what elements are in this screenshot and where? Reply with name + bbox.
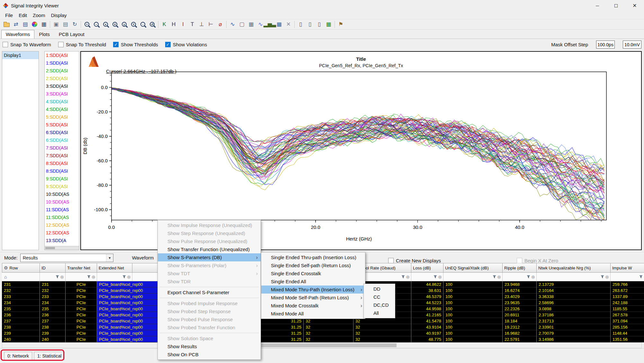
- checkbox-snap-to-threshold[interactable]: Snap To Threshold: [58, 42, 106, 47]
- menubar-file[interactable]: File: [3, 12, 15, 19]
- signal-list-hscrollbar[interactable]: [45, 246, 79, 250]
- scrollbar-thumb[interactable]: [261, 343, 397, 347]
- tab-plots[interactable]: Plots: [34, 30, 54, 39]
- filter-target-icon[interactable]: ◎: [532, 275, 535, 279]
- signal-item[interactable]: 4:SDD(ASI: [45, 98, 79, 105]
- tab-waveforms[interactable]: Waveforms: [1, 30, 34, 39]
- summary-report-icon[interactable]: ▯: [315, 20, 324, 29]
- menu-item-show-s-parameters-db[interactable]: Show S-Parameters (DB)›: [158, 253, 261, 261]
- zoom-y-in-icon[interactable]: y: [120, 20, 129, 29]
- marker-k-icon[interactable]: K: [160, 20, 169, 29]
- close-button[interactable]: ✕: [625, 0, 644, 11]
- signal-item[interactable]: 3:SDD(ASI: [45, 90, 79, 98]
- marker-i-icon[interactable]: I: [178, 20, 188, 29]
- column-header-transfer-net[interactable]: Transfer Net: [66, 263, 97, 273]
- menu-item-show-pulse-response-unequalized[interactable]: Show Pulse Response (Unequalized): [158, 237, 261, 245]
- signal-item[interactable]: 3:SDD(ASI: [45, 82, 79, 90]
- filter-target-icon[interactable]: ◎: [497, 275, 501, 279]
- column-header-id[interactable]: ID: [40, 263, 66, 273]
- menu-item-single-ended-all[interactable]: Single Ended All: [261, 277, 365, 286]
- column-header-loss-db[interactable]: Loss (dB): [411, 263, 443, 273]
- column-header-row[interactable]: ⚙Row: [2, 263, 40, 273]
- filter-cell-transfer-net[interactable]: ◎: [66, 273, 97, 281]
- print-icon[interactable]: ▦: [39, 20, 49, 29]
- menu-item-show-impulse-response-unequalized[interactable]: Show Impulse Response (Unequalized): [158, 221, 261, 229]
- signal-item[interactable]: 6:SDD(ASI: [45, 136, 79, 144]
- filter-cell-ntwk-unequalizable-nrg[interactable]: ◎: [537, 273, 611, 281]
- tab-pcb-layout[interactable]: PCB Layout: [54, 30, 89, 39]
- menu-item-show-results[interactable]: Show Results: [158, 342, 261, 350]
- checkbox-create-new-displays[interactable]: Create New Displays: [388, 258, 441, 263]
- checkbox-show-thresholds[interactable]: ✓Show Thresholds: [113, 42, 158, 47]
- zoom-x-in-icon[interactable]: x: [101, 20, 110, 29]
- menubar-display[interactable]: Display: [48, 12, 69, 19]
- signal-item[interactable]: 2:SDD(ASI: [45, 67, 79, 75]
- import-export-icon[interactable]: ⇄: [11, 20, 21, 29]
- zoom-out-icon[interactable]: −: [92, 20, 101, 29]
- signal-item[interactable]: 5:SDD(ASI: [45, 121, 79, 129]
- signal-item[interactable]: 10:SDD(AS: [45, 190, 79, 198]
- home-icon[interactable]: ⌂: [4, 274, 7, 279]
- menu-item-cc[interactable]: CC: [364, 293, 395, 301]
- column-header-extended-net[interactable]: Extended Net: [97, 263, 132, 273]
- filter-funnel-icon[interactable]: [434, 275, 437, 278]
- minimize-button[interactable]: ─: [588, 0, 607, 11]
- menu-item-show-probed-transfer-function[interactable]: Show Probed Transfer Function: [158, 323, 261, 331]
- marker-t-icon[interactable]: T: [188, 20, 197, 29]
- checkbox-snap-to-waveform[interactable]: Snap To Waveform: [3, 42, 51, 47]
- filter-cell-extended-net[interactable]: ◎: [97, 273, 132, 281]
- mask-step-time-input[interactable]: [596, 41, 615, 49]
- signal-item[interactable]: 8:SDD(ASI: [45, 159, 79, 167]
- display-item-display1[interactable]: Display1: [2, 51, 39, 59]
- marker-side-icon[interactable]: ⊢: [206, 20, 216, 29]
- filter-cell-id[interactable]: ◎: [40, 273, 66, 281]
- signal-item[interactable]: 1:SDD(ASI: [45, 51, 79, 59]
- filter-funnel-icon[interactable]: [601, 275, 604, 278]
- filter-funnel-icon[interactable]: [493, 275, 496, 278]
- refresh-icon[interactable]: ↻: [70, 20, 79, 29]
- palette-icon[interactable]: [30, 20, 39, 29]
- pcb-view-icon[interactable]: ▦: [324, 20, 333, 29]
- signal-item[interactable]: 7:SDD(ASI: [45, 152, 79, 159]
- filter-funnel-icon[interactable]: [122, 275, 126, 278]
- signal-item[interactable]: 12:SDD(AS: [45, 221, 79, 229]
- menu-item-mixed-mode-thru-path-insertion-loss[interactable]: Mixed Mode Thru-Path (Insertion Loss)›: [261, 286, 365, 294]
- menu-item-mixed-mode-all[interactable]: Mixed Mode All: [261, 310, 365, 318]
- zoom-y-out-icon[interactable]: Y: [129, 20, 138, 29]
- menu-item-show-transfer-function-unequalized[interactable]: Show Transfer Function (Unequalized): [158, 245, 261, 253]
- table-hscrollbar[interactable]: [2, 342, 642, 348]
- zoom-box-icon[interactable]: ▫: [138, 20, 148, 29]
- menu-item-show-probed-impulse-response[interactable]: Show Probed Impulse Response: [158, 299, 261, 307]
- mask-step-voltage-input[interactable]: [623, 41, 641, 49]
- signal-item[interactable]: 10:SDD(AS: [45, 198, 79, 206]
- menu-item-mixed-mode-self-path-return-loss[interactable]: Mixed Mode Self-Path (Return Loss)›: [261, 294, 365, 302]
- filter-funnel-icon[interactable]: [56, 275, 59, 278]
- signal-item[interactable]: 12:SDD(AS: [45, 229, 79, 237]
- filter-funnel-icon[interactable]: [87, 275, 91, 278]
- menu-item-show-probed-pulse-response[interactable]: Show Probed Pulse Response: [158, 315, 261, 323]
- signal-item[interactable]: 13:SDD(A: [45, 237, 79, 244]
- filter-funnel-icon[interactable]: [639, 275, 643, 278]
- menu-item-dd[interactable]: DD: [364, 285, 395, 293]
- table-report-icon[interactable]: ▯: [305, 20, 315, 29]
- menu-item-single-ended-thru-path-insertion-loss[interactable]: Single Ended Thru-path (Insertion Loss): [261, 253, 365, 261]
- open-icon[interactable]: [2, 20, 11, 29]
- signal-item[interactable]: 1:SDD(ASI: [45, 59, 79, 67]
- column-header-ripple-db[interactable]: Ripple (dB): [503, 263, 537, 273]
- snapshot-icon[interactable]: ▤: [61, 20, 70, 29]
- menu-item-show-tdr[interactable]: Show TDR: [158, 277, 261, 286]
- filter-funnel-icon[interactable]: [401, 275, 405, 278]
- checkbox-box[interactable]: ✓: [165, 42, 171, 47]
- checkbox-box[interactable]: [517, 258, 522, 263]
- signal-item[interactable]: 7:SDD(ASI: [45, 144, 79, 152]
- table-row[interactable]: 240240PCIePCIe_board%cxl_rxp0031.2532324…: [2, 336, 644, 342]
- maximize-button[interactable]: ☐: [607, 0, 625, 11]
- signal-item[interactable]: 11:SDD(AS: [45, 206, 79, 213]
- signal-item[interactable]: 9:SDD(ASI: [45, 183, 79, 190]
- filter-target-icon[interactable]: ◎: [92, 275, 95, 279]
- signal-item[interactable]: 4:SDD(ASI: [45, 105, 79, 113]
- menu-item-all[interactable]: All: [364, 309, 395, 317]
- checkbox-box[interactable]: [388, 258, 394, 263]
- zoom-reset-icon[interactable]: ↺: [148, 20, 157, 29]
- filter-cell-impulse-w[interactable]: ◎: [611, 273, 644, 281]
